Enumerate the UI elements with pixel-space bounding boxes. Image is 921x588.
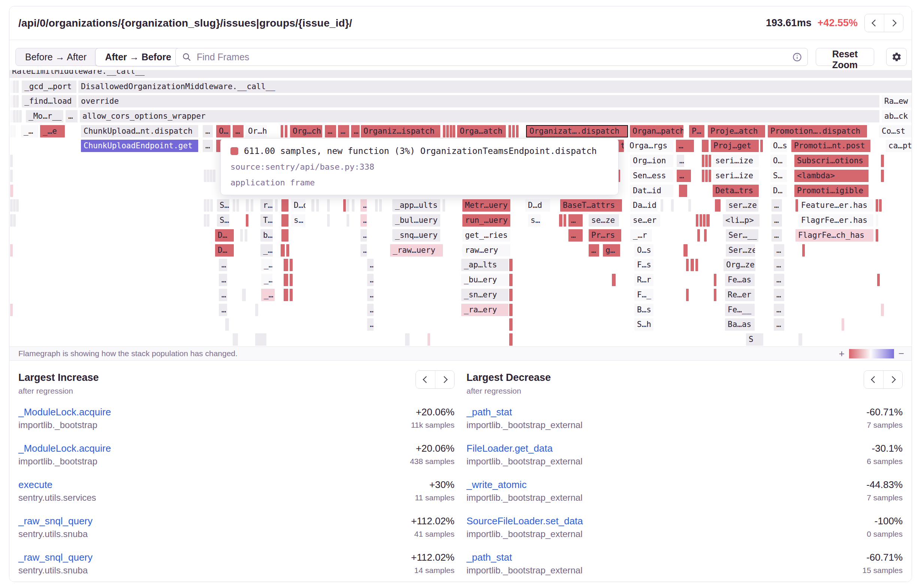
function-link[interactable]: _ModuleLock.acquire (18, 442, 111, 455)
flamegraph-frame[interactable] (10, 214, 13, 227)
flamegraph-frame[interactable] (612, 274, 616, 286)
flamegraph-frame[interactable] (443, 199, 445, 211)
flamegraph-frame[interactable] (10, 244, 13, 257)
flamegraph-frame[interactable]: D… (770, 185, 787, 197)
flamegraph-frame[interactable]: … (338, 125, 349, 138)
flamegraph-frame[interactable] (509, 304, 513, 316)
flamegraph-frame[interactable]: Fe…as (725, 274, 755, 286)
flamegraph-frame[interactable]: … (568, 214, 583, 227)
flamegraph-frame[interactable]: g… (603, 244, 620, 257)
segment-before-after[interactable]: Before → After (16, 48, 96, 65)
flamegraph-frame[interactable]: Or…h (246, 125, 267, 138)
flamegraph-frame[interactable]: … (367, 289, 374, 301)
flamegraph-frame[interactable] (702, 155, 705, 167)
flamegraph-frame[interactable] (509, 289, 513, 301)
flamegraph-frame[interactable]: Ser…ze (726, 244, 755, 257)
flamegraph-frame[interactable]: D…d (291, 199, 305, 211)
flamegraph-frame[interactable] (714, 289, 716, 301)
flamegraph-frame[interactable]: _snq…uery (392, 229, 440, 242)
flamegraph-frame[interactable]: Co…st (879, 125, 912, 138)
flamegraph-frame[interactable] (443, 125, 446, 138)
flamegraph-frame[interactable]: D…d (525, 199, 550, 211)
flamegraph-frame[interactable]: Sen…ess (630, 170, 673, 182)
flamegraph-frame[interactable]: … (360, 229, 367, 242)
flamegraph-frame[interactable]: … (360, 214, 367, 227)
flamegraph-frame[interactable]: Deta…trs (713, 185, 759, 197)
increase-next-button[interactable] (435, 371, 454, 388)
flamegraph-frame[interactable]: F…s (635, 259, 654, 271)
flamegraph-frame[interactable] (450, 125, 452, 138)
flamegraph-frame[interactable] (697, 229, 700, 242)
flamegraph-frame[interactable]: _raw…uery (390, 244, 443, 257)
flamegraph-frame[interactable] (16, 199, 19, 211)
flamegraph-frame[interactable]: Orga…atch (457, 125, 506, 138)
flamegraph-frame[interactable] (446, 125, 449, 138)
flamegraph-frame[interactable] (881, 155, 884, 167)
flamegraph-frame[interactable]: seri…ize (713, 170, 759, 182)
flamegraph-frame[interactable]: … (367, 274, 374, 286)
flamegraph-frame[interactable] (695, 259, 698, 271)
flamegraph-frame[interactable]: _sn…ery (461, 289, 508, 301)
flamegraph-frame[interactable] (509, 333, 513, 346)
flamegraph-frame[interactable] (284, 274, 288, 286)
flamegraph-frame[interactable]: … (203, 125, 213, 138)
flamegraph-frame[interactable] (210, 170, 212, 182)
flamegraph-frame[interactable]: _bul…uery (392, 214, 440, 227)
flamegraph-frame[interactable] (316, 199, 319, 211)
flamegraph-frame[interactable] (16, 95, 19, 107)
function-link[interactable]: _write_atomic (467, 478, 583, 491)
flamegraph-frame[interactable] (204, 199, 207, 211)
flamegraph-frame[interactable]: Fe…__ (725, 304, 755, 316)
flamegraph-frame[interactable] (16, 81, 19, 93)
flamegraph-frame[interactable] (559, 214, 562, 227)
flamegraph-frame[interactable] (671, 199, 674, 211)
flamegraph-frame[interactable]: O… (770, 155, 787, 167)
flamegraph-frame[interactable]: Da…id (630, 199, 657, 211)
flamegraph-frame[interactable] (428, 333, 430, 346)
flamegraph-frame[interactable]: … (589, 244, 599, 257)
flamegraph-frame[interactable]: run_…uery (462, 214, 510, 227)
flamegraph-frame[interactable]: S…h (635, 318, 654, 331)
flamegraph-frame[interactable]: s… (291, 214, 305, 227)
flamegraph-frame[interactable] (242, 289, 246, 301)
flamegraph-frame[interactable]: ca…pt (886, 140, 912, 152)
flamegraph-frame[interactable]: _app…ults (392, 199, 440, 211)
flamegraph-frame[interactable]: Proj…get (711, 140, 759, 152)
flamegraph-frame[interactable]: seri…ize (713, 155, 759, 167)
flamegraph-frame[interactable] (10, 110, 13, 122)
flamegraph-frame[interactable] (841, 318, 844, 331)
flamegraph-frame[interactable] (714, 274, 716, 286)
flamegraph-frame[interactable] (702, 170, 705, 182)
flamegraph-frame[interactable]: Organ…patch (630, 125, 683, 138)
flamegraph-frame[interactable] (10, 185, 13, 197)
flamegraph-frame[interactable]: … (774, 304, 784, 316)
flamegraph-frame[interactable]: raw…ery (462, 244, 510, 257)
next-event-button[interactable] (884, 14, 903, 32)
flamegraph-frame[interactable] (509, 274, 513, 286)
flamegraph-frame[interactable] (10, 95, 13, 107)
flamegraph-frame[interactable]: O…s (635, 244, 654, 257)
flamegraph-frame[interactable] (702, 140, 709, 152)
flamegraph-frame[interactable]: T… (260, 214, 273, 227)
flamegraph-frame[interactable] (19, 110, 22, 122)
flamegraph-frame[interactable]: ser…ze (726, 199, 758, 211)
flamegraph-frame[interactable] (688, 199, 691, 211)
flamegraph-frame[interactable] (285, 125, 287, 138)
flamegraph-frame[interactable]: … (360, 244, 367, 257)
flamegraph-frame[interactable]: Org…ch (290, 125, 322, 138)
flamegraph-frame[interactable]: r… (260, 199, 273, 211)
flamegraph-frame[interactable]: _… (260, 244, 273, 257)
flamegraph-frame[interactable] (875, 229, 878, 242)
previous-event-button[interactable] (865, 14, 884, 32)
flamegraph-frame[interactable]: override (78, 95, 879, 107)
function-link[interactable]: _raw_snql_query (18, 514, 93, 528)
flamegraph-frame[interactable] (347, 214, 349, 227)
flamegraph-frame[interactable] (516, 125, 519, 138)
flamegraph-frame[interactable] (255, 304, 258, 316)
flamegraph-frame[interactable]: Org…ion (630, 155, 673, 167)
flamegraph-frame[interactable] (240, 229, 243, 242)
flamegraph-frame[interactable]: S… (770, 170, 787, 182)
flamegraph-frame[interactable] (686, 289, 689, 301)
flamegraph-frame[interactable]: Ra…ew (882, 95, 912, 107)
flamegraph-frame[interactable] (696, 214, 698, 227)
